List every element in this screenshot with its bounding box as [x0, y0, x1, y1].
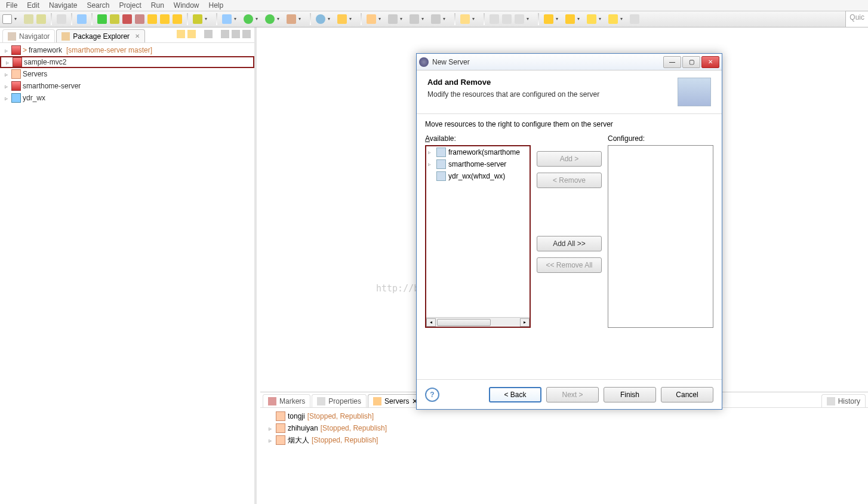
expand-icon[interactable]: ▹	[428, 161, 434, 167]
forward-button[interactable]	[608, 14, 618, 24]
expand-icon[interactable]: ▹	[4, 59, 11, 66]
next-button[interactable]: Next >	[546, 387, 599, 402]
search-button[interactable]	[460, 14, 470, 24]
save-button[interactable]	[24, 14, 33, 24]
menu-edit[interactable]: Edit	[27, 1, 39, 10]
expand-icon[interactable]: ▹	[266, 425, 273, 432]
dialog-titlebar[interactable]: New Server — ▢ ✕	[417, 54, 722, 70]
toggle-breadcrumb-button[interactable]	[57, 14, 66, 24]
expand-icon[interactable]	[266, 413, 273, 420]
project-row[interactable]: ▹ > framework [smarthome-server master]	[0, 44, 254, 56]
available-list[interactable]: ▹ framework(smarthome ▹ smarthome-server…	[425, 145, 531, 328]
servers-icon	[373, 397, 381, 405]
history-tab[interactable]: History	[821, 394, 866, 407]
menu-project[interactable]: Project	[119, 1, 141, 10]
menu-search[interactable]: Search	[87, 1, 109, 10]
separator	[484, 13, 485, 25]
quick-access[interactable]: Quic	[845, 11, 868, 27]
list-item[interactable]: ▹ smarthome-server	[426, 158, 530, 170]
toggle-mark-button[interactable]	[490, 14, 499, 24]
dropframe-button[interactable]	[193, 14, 202, 24]
remove-all-button[interactable]: << Remove All	[537, 257, 602, 273]
navigator-tab[interactable]: Navigator	[2, 29, 55, 42]
expand-icon[interactable]: ▹	[2, 47, 10, 54]
cancel-button[interactable]: Cancel	[661, 387, 713, 402]
minimize-button[interactable]: —	[663, 56, 681, 68]
package-explorer-tab[interactable]: Package Explorer ✕	[56, 29, 145, 42]
openproject-button[interactable]	[367, 14, 376, 24]
item-label: framework(smarthome	[448, 148, 520, 156]
close-button[interactable]: ✕	[701, 56, 719, 68]
menu-window[interactable]: Window	[174, 1, 199, 10]
scroll-right-icon[interactable]: ▸	[520, 318, 530, 327]
expand-icon[interactable]: ▹	[428, 149, 434, 155]
back-button[interactable]	[587, 14, 596, 24]
project-row[interactable]: ▹ Servers	[0, 68, 254, 80]
showwhitespace-button[interactable]	[515, 14, 524, 24]
newmisc-button[interactable]	[431, 14, 441, 24]
menu-file[interactable]: File	[6, 1, 17, 10]
maximize-icon[interactable]	[242, 30, 251, 38]
stepover-button[interactable]	[160, 14, 170, 24]
link-editor-icon[interactable]	[187, 30, 196, 38]
project-tree[interactable]: ▹ > framework [smarthome-server master] …	[0, 43, 254, 504]
servers-tree[interactable]: tongji [Stopped, Republish] ▹ zhihuiyan …	[260, 408, 868, 448]
expand-icon[interactable]: ▹	[2, 94, 10, 102]
list-item[interactable]: ydr_wx(whxd_wx)	[426, 170, 530, 182]
project-row[interactable]: ▹ smarthome-server	[0, 80, 254, 92]
finish-button[interactable]: Finish	[604, 387, 656, 402]
debug-button[interactable]	[222, 14, 232, 24]
newpackage-button[interactable]	[287, 14, 296, 24]
disconnect-button[interactable]	[135, 14, 144, 24]
expand-icon[interactable]: ▹	[2, 82, 10, 90]
newwizard-button[interactable]	[388, 14, 398, 24]
newtype-button[interactable]	[337, 14, 347, 24]
project-row-highlighted[interactable]: ▹ sample-mvc2	[0, 56, 254, 68]
navigate-prev-button[interactable]	[544, 14, 553, 24]
item-label: ydr_wx(whxd_wx)	[448, 172, 505, 180]
new-button[interactable]	[2, 14, 12, 24]
help-button[interactable]: ?	[425, 388, 439, 402]
pause-button[interactable]	[110, 14, 119, 24]
markers-tab[interactable]: Markers	[263, 394, 310, 407]
skipbp-button[interactable]	[77, 14, 87, 24]
add-button[interactable]: Add >	[537, 151, 602, 167]
minimize-icon[interactable]	[232, 30, 240, 38]
menu-navigate[interactable]: Navigate	[49, 1, 77, 10]
expand-icon[interactable]: ▹	[2, 70, 10, 78]
properties-tab[interactable]: Properties	[312, 394, 367, 407]
focus-task-icon[interactable]	[204, 30, 213, 38]
horizontal-scrollbar[interactable]: ◂ ▸	[426, 317, 530, 327]
remove-button[interactable]: < Remove	[537, 173, 602, 188]
newclass-button[interactable]	[410, 14, 419, 24]
maximize-button[interactable]: ▢	[682, 56, 700, 68]
close-icon[interactable]: ✕	[135, 33, 140, 39]
list-item[interactable]: ▹ framework(smarthome	[426, 146, 530, 158]
navigate-next-button[interactable]	[565, 14, 575, 24]
collapse-all-icon[interactable]	[177, 30, 185, 38]
pin-button[interactable]	[630, 14, 639, 24]
view-menu-icon[interactable]	[221, 30, 229, 38]
configured-list[interactable]	[608, 145, 713, 328]
stepreturn-button[interactable]	[173, 14, 182, 24]
server-row[interactable]: tongji [Stopped, Republish]	[266, 410, 862, 422]
run-external-button[interactable]	[265, 14, 275, 24]
project-row[interactable]: ▹ ydr_wx	[0, 92, 254, 104]
add-all-button[interactable]: Add All >>	[537, 236, 602, 251]
toggle-block-button[interactable]	[502, 14, 512, 24]
web-button[interactable]	[316, 14, 325, 24]
servers-tab[interactable]: Servers ✕	[368, 394, 423, 407]
scroll-thumb[interactable]	[437, 319, 491, 326]
menu-help[interactable]: Help	[209, 1, 224, 10]
server-row[interactable]: ▹ zhihuiyan [Stopped, Republish]	[266, 422, 862, 434]
run-button[interactable]	[244, 14, 253, 24]
menu-run[interactable]: Run	[151, 1, 164, 10]
back-button[interactable]: < Back	[489, 387, 541, 402]
stop-button[interactable]	[122, 14, 132, 24]
expand-icon[interactable]: ▹	[266, 437, 273, 444]
scroll-left-icon[interactable]: ◂	[426, 318, 436, 327]
save-all-button[interactable]	[36, 14, 46, 24]
resume-button[interactable]	[97, 14, 107, 24]
server-row[interactable]: ▹ 烟大人 [Stopped, Republish]	[266, 434, 862, 446]
stepinto-button[interactable]	[147, 14, 157, 24]
